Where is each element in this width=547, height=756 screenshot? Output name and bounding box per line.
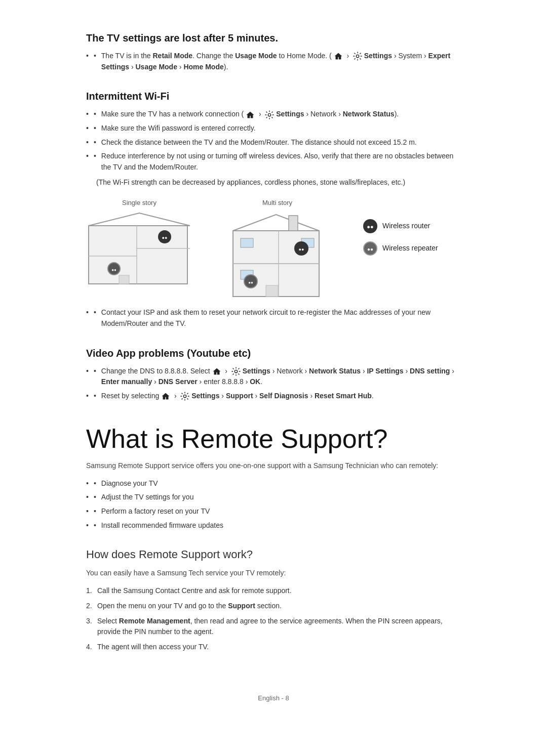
gear-icon-3 [231, 367, 241, 376]
bullet-item: • Reduce interference by not using or tu… [86, 151, 461, 173]
step-item: 4. The agent will then access your TV. [86, 642, 461, 653]
single-story-svg: ●● ●● [86, 211, 192, 289]
svg-text:●●: ●● [248, 280, 253, 285]
single-story-diagram: Single story ●● ●● [86, 198, 192, 289]
svg-text:●●: ●● [299, 247, 304, 252]
page-content: The TV settings are lost after 5 minutes… [46, 0, 501, 733]
svg-marker-11 [233, 215, 319, 231]
step-item: 2. Open the menu on your TV and go to th… [86, 601, 461, 612]
remote-support-bullets: • Diagnose your TV • Adjust the TV setti… [86, 478, 461, 531]
tv-settings-bullets: • The TV is in the Retail Mode. Change t… [86, 51, 461, 72]
svg-point-26 [235, 370, 237, 372]
how-remote-support-intro: You can easily have a Samsung Tech servi… [86, 568, 461, 578]
single-story-label: Single story [122, 198, 157, 208]
legend-repeater-label: Wireless repeater [382, 243, 438, 254]
svg-point-27 [184, 395, 186, 398]
svg-rect-7 [119, 275, 129, 284]
svg-text:●●: ●● [111, 268, 116, 272]
remote-support-intro: Samsung Remote Support service offers yo… [86, 460, 461, 471]
bullet-item: • Adjust the TV settings for you [86, 492, 461, 503]
wifi-bullets: • Make sure the TV has a network connect… [86, 109, 461, 173]
wifi-note: (The Wi-Fi strength can be decreased by … [96, 177, 461, 188]
legend-router-label: Wireless router [382, 221, 430, 231]
home-icon-2 [246, 111, 255, 119]
bullet-item: • Make sure the Wifi password is entered… [86, 123, 461, 134]
home-icon [334, 52, 343, 60]
svg-rect-16 [241, 238, 253, 247]
multi-story-label: Multi story [262, 198, 292, 208]
legend-repeater: ●● Wireless repeater [362, 240, 438, 257]
tv-settings-title: The TV settings are lost after 5 minutes… [86, 30, 461, 46]
video-app-title: Video App problems (Youtube etc) [86, 346, 461, 361]
bullet-item: • Change the DNS to 8.8.8.8. Select › Se… [86, 366, 461, 388]
remote-support-steps: 1. Call the Samsung Contact Centre and a… [86, 585, 461, 652]
legend: ●● Wireless router ●● Wireless repeater [362, 218, 438, 257]
svg-marker-3 [89, 213, 190, 226]
gear-icon-2 [265, 110, 274, 119]
diagram-section: Single story ●● ●● [86, 198, 461, 300]
bullet-item: • The TV is in the Retail Mode. Change t… [86, 51, 461, 72]
legend-router-icon: ●● [362, 218, 378, 234]
wifi-title: Intermittent Wi-Fi [86, 89, 461, 104]
bullet-item: • Reset by selecting › Settings › Suppor… [86, 391, 461, 402]
multi-story-svg: ●● ●● [223, 211, 332, 299]
legend-repeater-icon: ●● [362, 240, 378, 257]
remote-support-title: What is Remote Support? [86, 424, 461, 454]
bullet-item: • Make sure the TV has a network connect… [86, 109, 461, 120]
svg-point-0 [356, 55, 359, 58]
bullet-item: • Diagnose your TV [86, 478, 461, 489]
svg-rect-2 [89, 226, 187, 284]
svg-rect-19 [266, 285, 278, 297]
home-icon-3 [212, 367, 221, 375]
legend-router: ●● Wireless router [362, 218, 430, 234]
svg-text:●●: ●● [162, 235, 168, 240]
svg-text:●●: ●● [367, 246, 373, 252]
multi-story-diagram: Multi story [223, 198, 332, 300]
bullet-item: • Perform a factory reset on your TV [86, 506, 461, 517]
bullet-item: • Contact your ISP and ask them to reset… [86, 307, 461, 329]
step-item: 3. Select Remote Management, then read a… [86, 616, 461, 638]
step-item: 1. Call the Samsung Contact Centre and a… [86, 585, 461, 597]
video-app-bullets: • Change the DNS to 8.8.8.8. Select › Se… [86, 366, 461, 402]
bullet-item: • Check the distance between the TV and … [86, 137, 461, 148]
gear-icon-4 [180, 392, 189, 401]
footer-text: English - 8 [258, 694, 289, 702]
bullet-item: • Install recommended firmware updates [86, 520, 461, 531]
home-icon-4 [161, 392, 170, 400]
how-remote-support-title: How does Remote Support work? [86, 546, 461, 563]
page-footer: English - 8 [86, 683, 461, 703]
svg-point-1 [268, 113, 271, 116]
gear-icon [353, 52, 362, 61]
svg-rect-12 [289, 216, 298, 231]
contact-isp-bullet: • Contact your ISP and ask them to reset… [86, 307, 461, 329]
svg-text:●●: ●● [367, 224, 373, 230]
